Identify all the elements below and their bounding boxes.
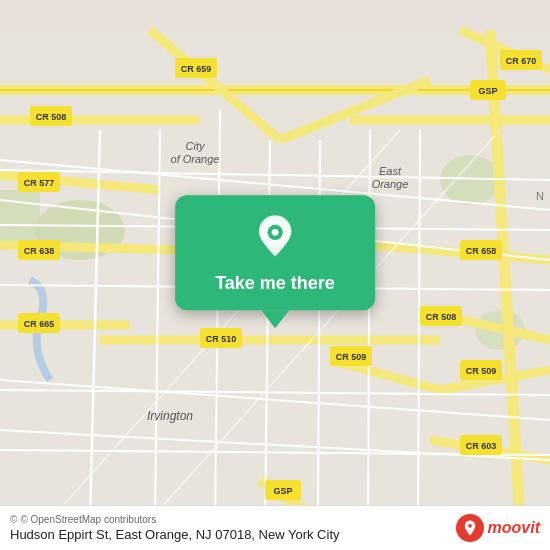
svg-text:CR 509: CR 509 <box>466 366 497 376</box>
svg-text:GSP: GSP <box>478 86 497 96</box>
svg-text:CR 603: CR 603 <box>466 441 497 451</box>
address-text: Hudson Eppirt St, East Orange, NJ 07018,… <box>10 527 340 542</box>
svg-text:of Orange: of Orange <box>171 153 220 165</box>
svg-text:CR 510: CR 510 <box>206 334 237 344</box>
svg-text:CR 659: CR 659 <box>181 64 212 74</box>
svg-text:GSP: GSP <box>273 486 292 496</box>
svg-text:CR 508: CR 508 <box>426 312 457 322</box>
bottom-bar-info: © © OpenStreetMap contributors Hudson Ep… <box>10 514 340 542</box>
svg-text:CR 509: CR 509 <box>336 352 367 362</box>
moovit-text: moovit <box>488 519 540 537</box>
svg-text:CR 665: CR 665 <box>24 319 55 329</box>
svg-point-57 <box>468 524 472 528</box>
svg-text:CR 638: CR 638 <box>24 246 55 256</box>
svg-text:CR 508: CR 508 <box>36 112 67 122</box>
map-container: CR 659 CR 670 CR 508 CR 508 CR 577 CR 63… <box>0 0 550 550</box>
take-me-there-button[interactable]: Take me there <box>215 273 335 294</box>
svg-text:Orange: Orange <box>372 178 409 190</box>
svg-text:N: N <box>536 190 544 202</box>
svg-text:City: City <box>186 140 206 152</box>
popup-overlay: Take me there <box>175 195 375 328</box>
copyright-symbol: © <box>10 514 17 525</box>
bottom-bar: © © OpenStreetMap contributors Hudson Ep… <box>0 505 550 550</box>
moovit-logo: moovit <box>456 514 540 542</box>
svg-text:CR 670: CR 670 <box>506 56 537 66</box>
popup-box: Take me there <box>175 195 375 310</box>
svg-text:CR 577: CR 577 <box>24 178 55 188</box>
location-pin-icon <box>251 215 299 263</box>
svg-point-55 <box>272 229 279 236</box>
osm-text: © OpenStreetMap contributors <box>20 514 156 525</box>
svg-text:CR 658: CR 658 <box>466 246 497 256</box>
osm-credit: © © OpenStreetMap contributors <box>10 514 340 525</box>
moovit-icon <box>456 514 484 542</box>
popup-triangle <box>261 310 289 328</box>
svg-text:Irvington: Irvington <box>147 409 193 423</box>
svg-text:East: East <box>379 165 402 177</box>
